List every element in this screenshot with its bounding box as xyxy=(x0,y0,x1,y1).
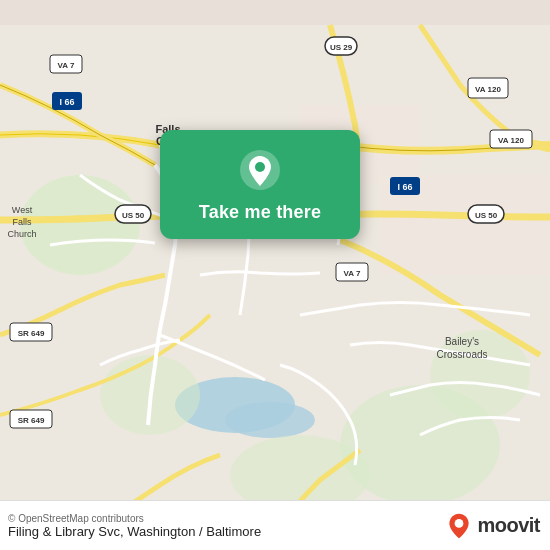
moovit-logo: moovit xyxy=(445,512,540,540)
svg-point-3 xyxy=(20,175,140,275)
svg-text:VA 120: VA 120 xyxy=(475,85,501,94)
svg-text:VA 7: VA 7 xyxy=(344,269,361,278)
bottom-left: © OpenStreetMap contributors Filing & Li… xyxy=(8,513,261,539)
svg-text:US 29: US 29 xyxy=(330,43,353,52)
bottom-bar: © OpenStreetMap contributors Filing & Li… xyxy=(0,500,550,550)
osm-attribution: © OpenStreetMap contributors xyxy=(8,513,261,524)
svg-text:SR 649: SR 649 xyxy=(18,416,45,425)
map-container: I 66 US 29 VA 120 VA 7 I 66 VA 120 I 66 … xyxy=(0,0,550,550)
location-popup: Take me there xyxy=(160,130,360,239)
svg-point-48 xyxy=(255,162,265,172)
location-label: Filing & Library Svc, Washington / Balti… xyxy=(8,524,261,539)
svg-text:VA 7: VA 7 xyxy=(58,61,75,70)
svg-text:Falls: Falls xyxy=(12,217,32,227)
svg-text:VA 120: VA 120 xyxy=(498,136,524,145)
moovit-brand-text: moovit xyxy=(477,514,540,537)
svg-text:SR 649: SR 649 xyxy=(18,329,45,338)
svg-text:Crossroads: Crossroads xyxy=(436,349,487,360)
svg-point-49 xyxy=(455,519,464,528)
svg-text:US 50: US 50 xyxy=(122,211,145,220)
svg-text:US 50: US 50 xyxy=(475,211,498,220)
svg-text:Church: Church xyxy=(7,229,36,239)
take-me-there-button[interactable]: Take me there xyxy=(199,202,321,223)
location-pin-icon xyxy=(238,148,282,192)
moovit-pin-icon xyxy=(445,512,473,540)
svg-text:I 66: I 66 xyxy=(59,97,74,107)
svg-text:Bailey's: Bailey's xyxy=(445,336,479,347)
svg-text:I 66: I 66 xyxy=(397,182,412,192)
svg-point-2 xyxy=(225,402,315,438)
svg-text:West: West xyxy=(12,205,33,215)
map-roads: I 66 US 29 VA 120 VA 7 I 66 VA 120 I 66 … xyxy=(0,0,550,550)
